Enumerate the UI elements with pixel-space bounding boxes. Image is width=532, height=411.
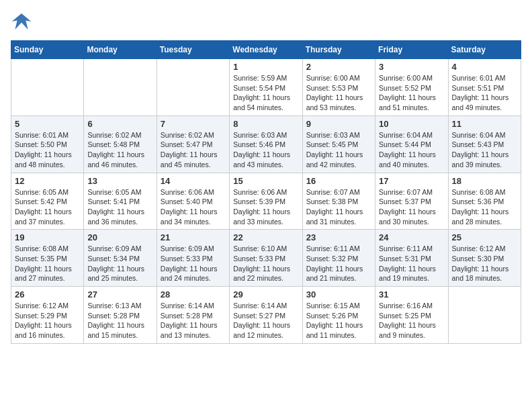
day-number: 11 [452, 119, 517, 129]
calendar-cell: 10Sunrise: 6:04 AM Sunset: 5:44 PM Dayli… [375, 116, 448, 173]
calendar-cell: 16Sunrise: 6:07 AM Sunset: 5:38 PM Dayli… [302, 173, 375, 230]
calendar-cell: 25Sunrise: 6:12 AM Sunset: 5:30 PM Dayli… [448, 230, 521, 287]
day-info: Sunrise: 6:04 AM Sunset: 5:43 PM Dayligh… [452, 130, 517, 170]
day-info: Sunrise: 6:14 AM Sunset: 5:28 PM Dayligh… [161, 301, 226, 340]
day-info: Sunrise: 6:05 AM Sunset: 5:41 PM Dayligh… [87, 187, 152, 227]
day-number: 20 [87, 232, 152, 242]
day-info: Sunrise: 6:01 AM Sunset: 5:50 PM Dayligh… [15, 130, 80, 170]
day-number: 3 [379, 62, 444, 72]
day-number: 2 [306, 62, 371, 72]
day-number: 24 [379, 232, 444, 242]
weekday-header-saturday: Saturday [448, 41, 521, 59]
day-number: 8 [233, 119, 298, 129]
day-number: 15 [233, 176, 298, 186]
day-info: Sunrise: 6:12 AM Sunset: 5:30 PM Dayligh… [452, 244, 517, 283]
day-number: 19 [15, 232, 80, 242]
calendar-cell: 2Sunrise: 6:00 AM Sunset: 5:53 PM Daylig… [302, 59, 375, 116]
day-number: 1 [233, 62, 298, 72]
calendar-cell: 30Sunrise: 6:15 AM Sunset: 5:26 PM Dayli… [302, 287, 375, 344]
weekday-header-monday: Monday [84, 41, 157, 59]
day-info: Sunrise: 6:08 AM Sunset: 5:35 PM Dayligh… [15, 244, 80, 283]
day-info: Sunrise: 6:01 AM Sunset: 5:51 PM Dayligh… [452, 73, 517, 113]
day-number: 18 [452, 176, 517, 186]
calendar-cell: 6Sunrise: 6:02 AM Sunset: 5:48 PM Daylig… [84, 116, 157, 173]
weekday-header-tuesday: Tuesday [157, 41, 229, 59]
page-header [11, 11, 521, 32]
day-number: 6 [87, 119, 152, 129]
day-info: Sunrise: 6:07 AM Sunset: 5:38 PM Dayligh… [306, 187, 371, 227]
calendar-cell: 28Sunrise: 6:14 AM Sunset: 5:28 PM Dayli… [157, 287, 229, 344]
calendar-cell: 3Sunrise: 6:00 AM Sunset: 5:52 PM Daylig… [375, 59, 448, 116]
calendar-cell [448, 287, 521, 344]
calendar-table: SundayMondayTuesdayWednesdayThursdayFrid… [11, 40, 521, 344]
day-info: Sunrise: 6:15 AM Sunset: 5:26 PM Dayligh… [306, 301, 371, 340]
day-info: Sunrise: 6:03 AM Sunset: 5:46 PM Dayligh… [233, 130, 298, 170]
day-info: Sunrise: 6:16 AM Sunset: 5:25 PM Dayligh… [379, 301, 444, 340]
day-info: Sunrise: 6:04 AM Sunset: 5:44 PM Dayligh… [379, 130, 444, 170]
calendar-cell: 20Sunrise: 6:09 AM Sunset: 5:34 PM Dayli… [84, 230, 157, 287]
day-info: Sunrise: 6:00 AM Sunset: 5:53 PM Dayligh… [306, 73, 371, 113]
day-info: Sunrise: 6:12 AM Sunset: 5:29 PM Dayligh… [15, 301, 80, 340]
day-info: Sunrise: 6:06 AM Sunset: 5:40 PM Dayligh… [161, 187, 226, 227]
weekday-header-wednesday: Wednesday [230, 41, 302, 59]
calendar-week-row: 26Sunrise: 6:12 AM Sunset: 5:29 PM Dayli… [11, 287, 521, 344]
day-info: Sunrise: 6:10 AM Sunset: 5:33 PM Dayligh… [233, 244, 298, 283]
day-number: 13 [87, 176, 152, 186]
calendar-cell: 17Sunrise: 6:07 AM Sunset: 5:37 PM Dayli… [375, 173, 448, 230]
calendar-cell [11, 59, 84, 116]
calendar-cell: 15Sunrise: 6:06 AM Sunset: 5:39 PM Dayli… [230, 173, 302, 230]
day-info: Sunrise: 6:14 AM Sunset: 5:27 PM Dayligh… [233, 301, 298, 340]
day-number: 23 [306, 232, 371, 242]
calendar-week-row: 12Sunrise: 6:05 AM Sunset: 5:42 PM Dayli… [11, 173, 521, 230]
day-number: 22 [233, 232, 298, 242]
day-number: 27 [87, 289, 152, 300]
day-info: Sunrise: 6:13 AM Sunset: 5:28 PM Dayligh… [87, 301, 152, 340]
day-number: 29 [233, 289, 298, 300]
day-info: Sunrise: 6:11 AM Sunset: 5:31 PM Dayligh… [379, 244, 444, 283]
day-number: 25 [452, 232, 517, 242]
calendar-cell: 5Sunrise: 6:01 AM Sunset: 5:50 PM Daylig… [11, 116, 84, 173]
calendar-cell: 27Sunrise: 6:13 AM Sunset: 5:28 PM Dayli… [84, 287, 157, 344]
day-info: Sunrise: 6:06 AM Sunset: 5:39 PM Dayligh… [233, 187, 298, 227]
calendar-cell: 26Sunrise: 6:12 AM Sunset: 5:29 PM Dayli… [11, 287, 84, 344]
day-number: 10 [379, 119, 444, 129]
day-info: Sunrise: 6:00 AM Sunset: 5:52 PM Dayligh… [379, 73, 444, 113]
day-info: Sunrise: 5:59 AM Sunset: 5:54 PM Dayligh… [233, 73, 298, 113]
day-info: Sunrise: 6:02 AM Sunset: 5:47 PM Dayligh… [161, 130, 226, 170]
calendar-cell [84, 59, 157, 116]
calendar-week-row: 1Sunrise: 5:59 AM Sunset: 5:54 PM Daylig… [11, 59, 521, 116]
day-info: Sunrise: 6:05 AM Sunset: 5:42 PM Dayligh… [15, 187, 80, 227]
day-number: 28 [161, 289, 226, 300]
day-info: Sunrise: 6:09 AM Sunset: 5:34 PM Dayligh… [87, 244, 152, 283]
logo-icon [11, 11, 32, 32]
day-number: 31 [379, 289, 444, 300]
day-info: Sunrise: 6:07 AM Sunset: 5:37 PM Dayligh… [379, 187, 444, 227]
logo [11, 11, 35, 32]
calendar-cell: 7Sunrise: 6:02 AM Sunset: 5:47 PM Daylig… [157, 116, 229, 173]
day-number: 26 [15, 289, 80, 300]
svg-marker-0 [12, 13, 32, 30]
day-info: Sunrise: 6:11 AM Sunset: 5:32 PM Dayligh… [306, 244, 371, 283]
day-number: 9 [306, 119, 371, 129]
calendar-cell: 19Sunrise: 6:08 AM Sunset: 5:35 PM Dayli… [11, 230, 84, 287]
day-number: 4 [452, 62, 517, 72]
calendar-week-row: 5Sunrise: 6:01 AM Sunset: 5:50 PM Daylig… [11, 116, 521, 173]
day-number: 17 [379, 176, 444, 186]
weekday-header-thursday: Thursday [302, 41, 375, 59]
calendar-cell: 14Sunrise: 6:06 AM Sunset: 5:40 PM Dayli… [157, 173, 229, 230]
calendar-cell: 8Sunrise: 6:03 AM Sunset: 5:46 PM Daylig… [230, 116, 302, 173]
weekday-header-sunday: Sunday [11, 41, 84, 59]
calendar-cell: 29Sunrise: 6:14 AM Sunset: 5:27 PM Dayli… [230, 287, 302, 344]
day-number: 21 [161, 232, 226, 242]
weekday-header-row: SundayMondayTuesdayWednesdayThursdayFrid… [11, 41, 521, 59]
calendar-cell: 1Sunrise: 5:59 AM Sunset: 5:54 PM Daylig… [230, 59, 302, 116]
day-number: 30 [306, 289, 371, 300]
calendar-cell [157, 59, 229, 116]
weekday-header-friday: Friday [375, 41, 448, 59]
calendar-cell: 31Sunrise: 6:16 AM Sunset: 5:25 PM Dayli… [375, 287, 448, 344]
calendar-cell: 12Sunrise: 6:05 AM Sunset: 5:42 PM Dayli… [11, 173, 84, 230]
calendar-cell: 21Sunrise: 6:09 AM Sunset: 5:33 PM Dayli… [157, 230, 229, 287]
day-number: 5 [15, 119, 80, 129]
day-info: Sunrise: 6:02 AM Sunset: 5:48 PM Dayligh… [87, 130, 152, 170]
calendar-cell: 18Sunrise: 6:08 AM Sunset: 5:36 PM Dayli… [448, 173, 521, 230]
